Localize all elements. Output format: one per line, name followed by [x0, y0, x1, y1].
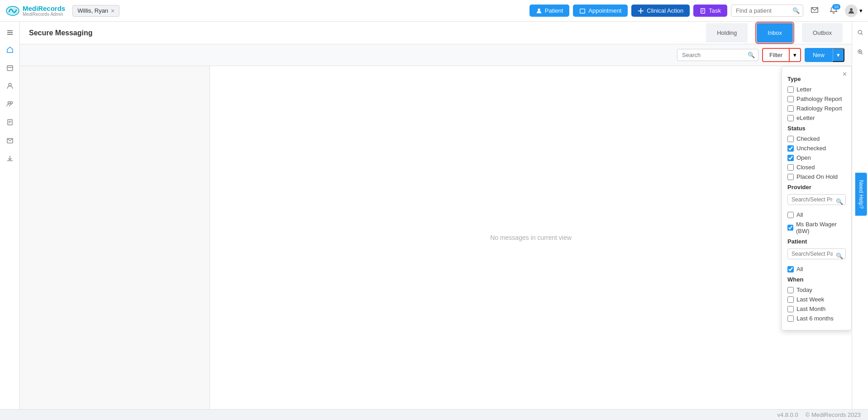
filter-when-last-6-months-checkbox[interactable]	[787, 315, 794, 322]
patient-search-icon: 🔍	[836, 253, 843, 259]
sidebar-item-export[interactable]	[0, 150, 19, 167]
page-header: Secure Messaging Holding Inbox Outbox	[20, 22, 852, 44]
provider-search-wrapper: 🔍	[787, 194, 846, 209]
mail-icon	[811, 6, 819, 14]
search-wrapper: 🔍	[677, 49, 758, 61]
logo-text: MediRecords MediRecords Admin	[23, 5, 65, 17]
message-list-pane	[20, 66, 210, 409]
filter-chevron-icon: ▾	[793, 52, 796, 58]
filter-status-closed-checkbox[interactable]	[787, 164, 794, 171]
patients-icon	[6, 82, 14, 90]
help-tab[interactable]: Need Help?	[855, 173, 867, 216]
empty-message: No messages in current view	[490, 234, 572, 241]
filter-status-unchecked: Unchecked	[787, 145, 846, 152]
toolbar: 🔍 Filter ▾ New ▾	[20, 44, 852, 66]
sidebar-item-inbox[interactable]	[0, 132, 19, 148]
filter-caret-button[interactable]: ▾	[789, 48, 801, 62]
new-button-group: New ▾	[805, 48, 844, 62]
filter-when-title: When	[787, 276, 846, 283]
filter-status-on-hold-checkbox[interactable]	[787, 174, 794, 180]
right-zoom-icon	[857, 48, 864, 56]
sidebar-item-patients[interactable]	[0, 78, 19, 94]
patient-button[interactable]: Patient	[529, 5, 569, 17]
patient-search-wrapper: 🔍	[787, 248, 846, 263]
content-area: Secure Messaging Holding Inbox Outbox 🔍 …	[20, 22, 852, 409]
patient-tab-name: Willis, Ryan	[77, 7, 108, 14]
filter-status-unchecked-checkbox[interactable]	[787, 145, 794, 152]
filter-status-title: Status	[787, 125, 846, 132]
mail-button[interactable]	[807, 4, 822, 17]
filter-when-last-6-months: Last 6 months	[787, 315, 846, 322]
filter-button-group: Filter ▾	[762, 48, 801, 62]
user-menu-button[interactable]: ▾	[845, 5, 863, 17]
filter-close-button[interactable]: ×	[843, 70, 847, 78]
clinical-icon	[638, 8, 644, 14]
logo-icon	[5, 4, 20, 18]
version-text: v4.8.0.0	[777, 411, 798, 418]
sidebar-item-home[interactable]	[0, 42, 19, 58]
filter-provider-barb-wager-checkbox[interactable]	[787, 224, 793, 231]
svg-rect-11	[8, 119, 12, 125]
filter-button[interactable]: Filter	[762, 48, 789, 62]
tab-outbox[interactable]: Outbox	[802, 23, 843, 43]
inbox-icon	[6, 137, 14, 144]
filter-patient-all: All	[787, 266, 846, 272]
page-title: Secure Messaging	[29, 29, 93, 37]
export-icon	[6, 155, 14, 162]
appointment-button[interactable]: Appointment	[573, 5, 628, 17]
filter-type-pathology-checkbox[interactable]	[787, 96, 794, 102]
new-button[interactable]: New	[805, 48, 833, 62]
task-button[interactable]: Task	[693, 5, 727, 17]
filter-type-radiology-checkbox[interactable]	[787, 105, 794, 112]
filter-when-today-checkbox[interactable]	[787, 287, 794, 293]
provider-search-icon: 🔍	[836, 198, 843, 205]
tab-holding[interactable]: Holding	[706, 23, 748, 43]
notification-button[interactable]: 10	[826, 4, 841, 17]
left-sidebar	[0, 22, 20, 409]
filter-status-on-hold: Placed On Hold	[787, 173, 846, 180]
top-nav: MediRecords MediRecords Admin Willis, Ry…	[0, 0, 868, 22]
svg-rect-4	[701, 8, 705, 13]
filter-type-letter-checkbox[interactable]	[787, 86, 794, 93]
appointment-icon	[579, 8, 586, 14]
filter-status-checked: Checked	[787, 135, 846, 142]
svg-point-2	[538, 8, 540, 10]
avatar	[845, 5, 858, 17]
sidebar-item-group[interactable]	[0, 96, 19, 112]
right-search-button[interactable]	[853, 25, 868, 41]
filter-status-checked-checkbox[interactable]	[787, 136, 794, 142]
filter-when-last-week-checkbox[interactable]	[787, 296, 794, 303]
new-caret-button[interactable]: ▾	[833, 48, 844, 62]
search-input[interactable]	[677, 49, 758, 61]
search-icon: 🔍	[748, 52, 755, 58]
patient-tab[interactable]: Willis, Ryan ×	[72, 5, 119, 17]
svg-rect-3	[580, 9, 585, 13]
filter-panel: × Type Letter Pathology Report Radiology…	[782, 66, 852, 330]
main-panel: No messages in current view × Type Lette…	[20, 66, 852, 409]
logo-area: MediRecords MediRecords Admin	[5, 4, 65, 18]
right-zoom-button[interactable]	[853, 45, 868, 61]
notification-badge: 10	[832, 4, 840, 10]
sidebar-item-calendar[interactable]	[0, 60, 19, 76]
find-patient-wrapper: 🔍	[731, 5, 803, 17]
patient-icon	[536, 8, 542, 14]
filter-provider-all-checkbox[interactable]	[787, 212, 794, 218]
filter-status-closed: Closed	[787, 164, 846, 171]
filter-provider-all: All	[787, 211, 846, 218]
tab-inbox[interactable]: Inbox	[757, 23, 793, 43]
message-detail-pane: No messages in current view	[210, 66, 852, 409]
filter-patient-all-checkbox[interactable]	[787, 266, 794, 272]
svg-point-8	[9, 83, 11, 86]
filter-provider-title: Provider	[787, 184, 846, 191]
filter-when-today: Today	[787, 286, 846, 293]
filter-type-eletter-checkbox[interactable]	[787, 115, 794, 121]
filter-status-open-checkbox[interactable]	[787, 155, 794, 161]
filter-when-last-month-checkbox[interactable]	[787, 306, 794, 312]
filter-when-last-week: Last Week	[787, 296, 846, 303]
sidebar-toggle-button[interactable]	[0, 25, 19, 40]
sidebar-item-reports[interactable]	[0, 114, 19, 130]
patient-tab-close[interactable]: ×	[111, 7, 114, 14]
status-bar: v4.8.0.0 © MediRecords 2023	[0, 409, 868, 420]
svg-point-10	[10, 102, 12, 104]
clinical-action-button[interactable]: Clinical Action	[631, 5, 690, 17]
